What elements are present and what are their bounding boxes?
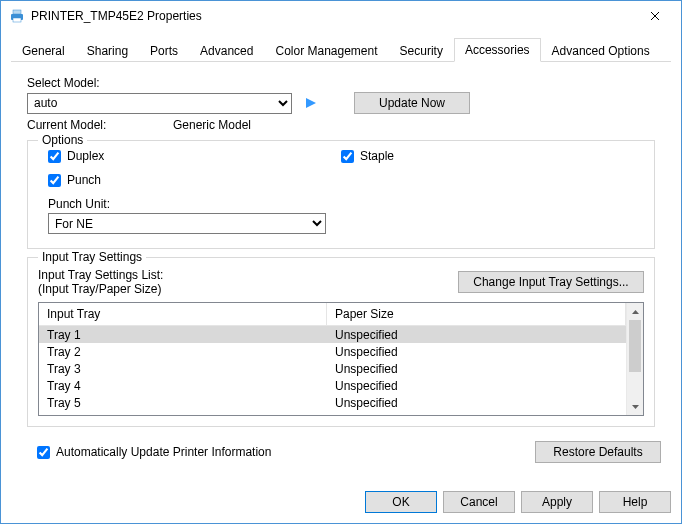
col-input-tray[interactable]: Input Tray	[39, 303, 327, 325]
tab-advanced-options[interactable]: Advanced Options	[541, 39, 661, 62]
tray-cell: Tray 4	[39, 379, 327, 393]
window-title: PRINTER_TMP45E2 Properties	[31, 9, 633, 23]
scroll-down-icon[interactable]	[627, 398, 643, 415]
tab-accessories[interactable]: Accessories	[454, 38, 541, 62]
col-paper-size[interactable]: Paper Size	[327, 303, 626, 325]
table-header: Input Tray Paper Size	[39, 303, 626, 326]
tab-strip: General Sharing Ports Advanced Color Man…	[11, 37, 671, 62]
tray-cell: Tray 3	[39, 362, 327, 376]
auto-update-label: Automatically Update Printer Information	[56, 445, 271, 459]
duplex-input[interactable]	[48, 150, 61, 163]
table-row[interactable]: Tray 4Unspecified	[39, 377, 626, 394]
auto-update-checkbox[interactable]: Automatically Update Printer Information	[37, 445, 271, 459]
help-button[interactable]: Help	[599, 491, 671, 513]
input-tray-fieldset: Input Tray Settings Input Tray Settings …	[27, 257, 655, 427]
play-icon[interactable]	[306, 98, 316, 108]
tab-ports[interactable]: Ports	[139, 39, 189, 62]
size-cell: Unspecified	[327, 379, 626, 393]
duplex-checkbox[interactable]: Duplex	[48, 149, 341, 163]
dialog-buttons: OK Cancel Apply Help	[365, 491, 671, 513]
punch-checkbox[interactable]: Punch	[48, 173, 341, 187]
ok-button[interactable]: OK	[365, 491, 437, 513]
titlebar: PRINTER_TMP45E2 Properties	[1, 1, 681, 31]
size-cell: Unspecified	[327, 396, 626, 410]
svg-rect-1	[13, 10, 21, 14]
apply-button[interactable]: Apply	[521, 491, 593, 513]
punch-unit-dropdown[interactable]: For NE	[48, 213, 326, 234]
scrollbar[interactable]	[626, 303, 643, 415]
auto-update-input[interactable]	[37, 446, 50, 459]
properties-window: PRINTER_TMP45E2 Properties General Shari…	[0, 0, 682, 524]
staple-label: Staple	[360, 149, 394, 163]
tab-advanced[interactable]: Advanced	[189, 39, 264, 62]
update-now-button[interactable]: Update Now	[354, 92, 470, 114]
tab-color-management[interactable]: Color Management	[264, 39, 388, 62]
punch-input[interactable]	[48, 174, 61, 187]
duplex-label: Duplex	[67, 149, 104, 163]
select-model-label: Select Model:	[27, 76, 655, 90]
scroll-thumb[interactable]	[629, 320, 641, 372]
cancel-button[interactable]: Cancel	[443, 491, 515, 513]
size-cell: Unspecified	[327, 345, 626, 359]
restore-defaults-button[interactable]: Restore Defaults	[535, 441, 661, 463]
tray-cell: Tray 5	[39, 396, 327, 410]
table-row[interactable]: Tray 5Unspecified	[39, 394, 626, 411]
input-tray-list-sub: (Input Tray/Paper Size)	[38, 282, 163, 296]
punch-unit-label: Punch Unit:	[48, 197, 634, 211]
tab-security[interactable]: Security	[389, 39, 454, 62]
scroll-up-icon[interactable]	[627, 303, 643, 320]
content-area: General Sharing Ports Advanced Color Man…	[1, 31, 681, 463]
input-tray-table: Input Tray Paper Size Tray 1UnspecifiedT…	[38, 302, 644, 416]
scroll-track[interactable]	[627, 320, 643, 398]
input-tray-legend: Input Tray Settings	[38, 250, 146, 264]
printer-icon	[9, 8, 25, 24]
punch-label: Punch	[67, 173, 101, 187]
tray-cell: Tray 1	[39, 328, 327, 342]
tab-sharing[interactable]: Sharing	[76, 39, 139, 62]
size-cell: Unspecified	[327, 328, 626, 342]
tab-body-accessories: Select Model: auto Update Now Current Mo…	[11, 62, 671, 433]
table-row[interactable]: Tray 3Unspecified	[39, 360, 626, 377]
size-cell: Unspecified	[327, 362, 626, 376]
tray-cell: Tray 2	[39, 345, 327, 359]
table-row[interactable]: Tray 2Unspecified	[39, 343, 626, 360]
options-legend: Options	[38, 133, 87, 147]
table-body: Tray 1UnspecifiedTray 2UnspecifiedTray 3…	[39, 326, 626, 411]
input-tray-list-label: Input Tray Settings List:	[38, 268, 163, 282]
current-model-label: Current Model:	[27, 118, 173, 132]
table-row[interactable]: Tray 1Unspecified	[39, 326, 626, 343]
change-input-tray-button[interactable]: Change Input Tray Settings...	[458, 271, 644, 293]
options-fieldset: Options Duplex Staple Punch	[27, 140, 655, 249]
select-model-dropdown[interactable]: auto	[27, 93, 292, 114]
current-model-value: Generic Model	[173, 118, 251, 132]
tab-general[interactable]: General	[11, 39, 76, 62]
staple-checkbox[interactable]: Staple	[341, 149, 634, 163]
close-button[interactable]	[633, 2, 677, 30]
staple-input[interactable]	[341, 150, 354, 163]
svg-rect-2	[13, 18, 21, 22]
